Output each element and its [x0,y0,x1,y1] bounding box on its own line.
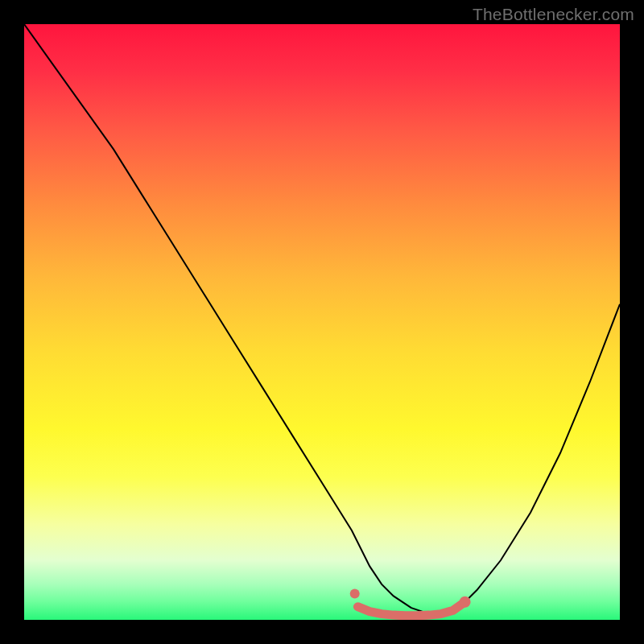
bottom-marker-dot-left [350,588,360,598]
chart-svg [24,24,620,620]
chart-container: TheBottlenecker.com [0,0,644,644]
plot-area [24,24,620,620]
attribution-text: TheBottlenecker.com [473,5,634,24]
bottleneck-curve-line [24,24,620,614]
bottom-marker-dot-right [460,597,471,608]
bottom-marker-line [357,602,464,616]
bottom-marker-group [350,588,471,615]
